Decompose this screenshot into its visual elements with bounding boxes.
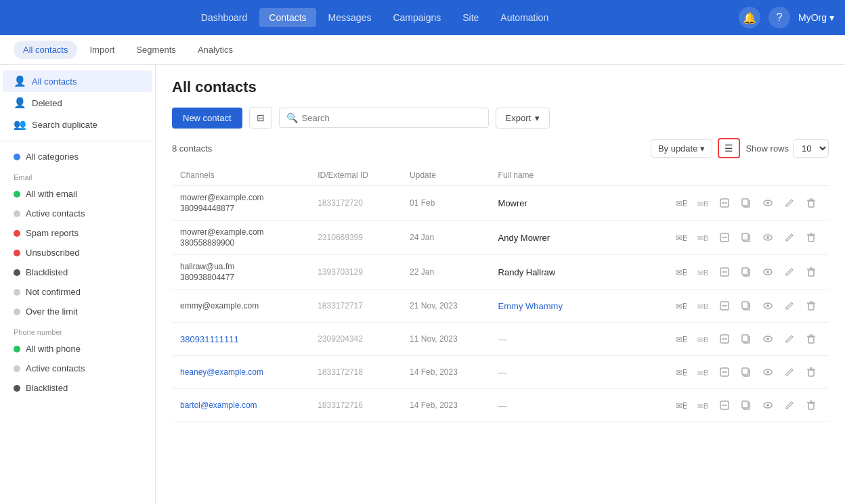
subscribe-icon[interactable]: ✉BL [672,228,691,247]
edit-icon[interactable] [780,193,799,212]
copy-icon[interactable] [737,262,756,281]
sidebar-item-not-confirmed[interactable]: Not confirmed [3,282,152,302]
blacklist-icon[interactable] [715,296,734,315]
view-icon[interactable] [758,193,777,212]
unsubscribe-icon[interactable]: ✉BL [693,296,712,315]
svg-rect-5 [742,199,748,206]
page-title: All contacts [172,78,829,96]
nav-site[interactable]: Site [453,8,488,27]
blacklist-icon[interactable] [715,228,734,247]
columns-toggle-button[interactable]: ☰ [718,138,740,158]
subscribe-icon[interactable]: ✉BL [672,296,691,315]
notification-button[interactable]: 🔔 [739,7,760,28]
edit-icon[interactable] [780,296,799,315]
delete-icon[interactable] [802,228,821,247]
sidebar-item-all-contacts[interactable]: 👤 All contacts [3,70,152,92]
svg-rect-60 [742,368,748,375]
subscribe-icon[interactable]: ✉BL [672,396,691,415]
unsubscribe-icon[interactable]: ✉BL [693,396,712,415]
copy-icon[interactable] [737,396,756,415]
sidebar-item-deleted[interactable]: 👤 Deleted [3,92,152,114]
edit-icon[interactable] [780,363,799,382]
unsubscribe-icon[interactable]: ✉BL [693,329,712,348]
filter-button[interactable]: ⊟ [249,107,272,129]
unsubscribe-icon[interactable]: ✉BL [693,363,712,382]
copy-icon[interactable] [737,193,756,212]
blacklist-icon[interactable] [715,329,734,348]
svg-rect-19 [808,235,814,242]
sidebar-item-all-categories[interactable]: All categories [3,147,152,166]
contact-phone: 380931111111 [180,334,301,344]
sidebar-item-active-contacts-phone[interactable]: Active contacts [3,359,152,378]
view-icon[interactable] [758,396,777,415]
tab-segments[interactable]: Segments [127,41,186,59]
nav-dashboard[interactable]: Dashboard [192,8,257,27]
delete-icon[interactable] [802,262,821,281]
org-menu-button[interactable]: MyOrg ▾ [798,12,834,23]
cell-channels: bartol@example.com [172,389,309,422]
show-rows-select[interactable]: 10 25 50 [793,139,829,158]
unsubscribe-icon[interactable]: ✉BL [693,228,712,247]
view-icon[interactable] [758,296,777,315]
nav-messages[interactable]: Messages [319,8,381,27]
svg-rect-8 [808,201,814,207]
cell-id: 1833172716 [309,389,402,422]
nav-contacts[interactable]: Contacts [259,8,316,27]
nav-campaigns[interactable]: Campaigns [383,8,450,27]
edit-icon[interactable] [780,228,799,247]
delete-icon[interactable] [802,296,821,315]
view-icon[interactable] [758,329,777,348]
subscribe-icon[interactable]: ✉BL [672,193,691,212]
col-channels: Channels [172,165,309,186]
tab-analytics[interactable]: Analytics [188,41,242,59]
view-icon[interactable] [758,363,777,382]
sidebar-item-all-with-phone[interactable]: All with phone [3,339,152,359]
sidebar-item-all-with-email[interactable]: All with email [3,184,152,204]
subscribe-icon[interactable]: ✉BL [672,329,691,348]
help-button[interactable]: ? [768,7,790,28]
sidebar-item-search-duplicate[interactable]: 👥 Search duplicate [3,114,152,135]
view-icon[interactable] [758,262,777,281]
copy-icon[interactable] [737,363,756,382]
row-actions: ✉BL ✉BL [609,363,821,382]
svg-text:✉BL: ✉BL [697,402,708,410]
table-row: heaney@example.com 1833172718 14 Feb, 20… [172,356,829,389]
delete-icon[interactable] [802,329,821,348]
tab-import[interactable]: Import [80,41,124,59]
new-contact-button[interactable]: New contact [172,108,242,129]
top-nav: Dashboard Contacts Messages Campaigns Si… [0,0,845,35]
edit-icon[interactable] [780,329,799,348]
sidebar-item-spam-reports[interactable]: Spam reports [3,223,152,243]
copy-icon[interactable] [737,296,756,315]
delete-icon[interactable] [802,363,821,382]
blacklist-icon[interactable] [715,363,734,382]
blacklist-icon[interactable] [715,262,734,281]
sort-select[interactable]: By update ▾ [651,139,713,158]
blacklist-icon[interactable] [715,396,734,415]
blacklist-icon[interactable] [715,193,734,212]
delete-icon[interactable] [802,396,821,415]
view-icon[interactable] [758,228,777,247]
sidebar-item-over-the-limit[interactable]: Over the limit [3,302,152,321]
delete-icon[interactable] [802,193,821,212]
subscribe-icon[interactable]: ✉BL [672,262,691,281]
sidebar-item-active-contacts-email[interactable]: Active contacts [3,204,152,223]
search-input[interactable] [302,113,481,123]
copy-icon[interactable] [737,228,756,247]
edit-icon[interactable] [780,396,799,415]
nav-automation[interactable]: Automation [491,8,558,27]
unsubscribe-icon[interactable]: ✉BL [693,262,712,281]
sidebar-item-blacklisted[interactable]: Blacklisted [3,262,152,282]
row-actions: ✉BL ✉BL [609,396,821,415]
export-button[interactable]: Export ▾ [496,108,550,129]
unsubscribe-icon[interactable]: ✉BL [693,193,712,212]
sidebar-label-all-with-phone: All with phone [26,344,81,354]
sidebar-item-blacklisted-phone[interactable]: Blacklisted [3,378,152,398]
edit-icon[interactable] [780,262,799,281]
copy-icon[interactable] [737,329,756,348]
sidebar-label-deleted: Deleted [32,98,62,108]
sidebar-item-unsubscribed[interactable]: Unsubscribed [3,243,152,262]
table-row: emmy@example.com 1833172717 21 Nov, 2023… [172,290,829,323]
subscribe-icon[interactable]: ✉BL [672,363,691,382]
tab-all-contacts[interactable]: All contacts [14,41,77,59]
